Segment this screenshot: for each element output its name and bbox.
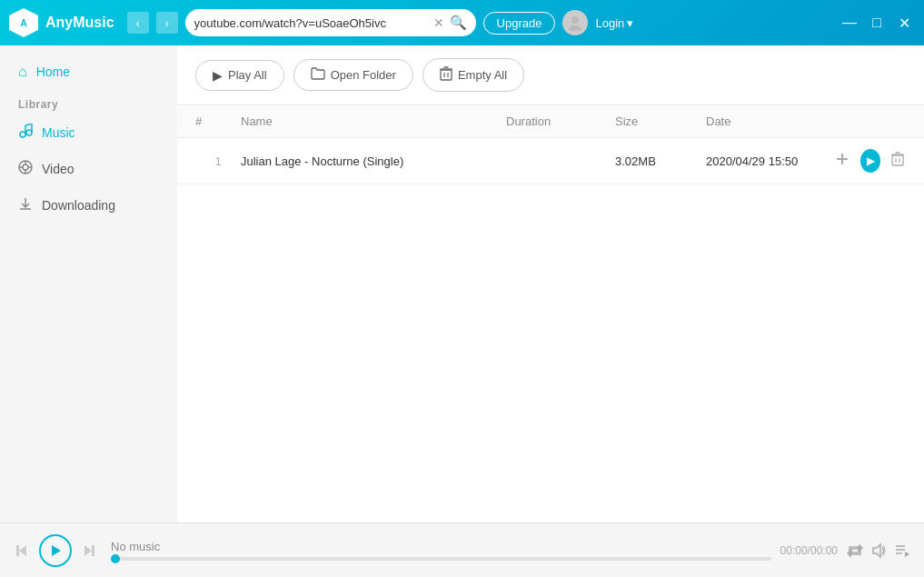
- sidebar-label-downloading: Downloading: [42, 198, 115, 213]
- col-size: Size: [615, 114, 706, 128]
- nav-forward-button[interactable]: ›: [156, 12, 178, 34]
- sidebar-item-music[interactable]: Music: [0, 114, 177, 151]
- player-track-name: No music: [111, 540, 771, 553]
- row-number: 1: [195, 154, 241, 168]
- svg-text:A: A: [20, 18, 26, 28]
- table-header: # Name Duration Size Date: [177, 105, 924, 138]
- next-track-button[interactable]: [81, 542, 97, 559]
- avatar: [562, 10, 588, 35]
- sidebar-label-video: Video: [42, 162, 75, 176]
- url-text: youtube.com/watch?v=uSoaeOh5ivc: [194, 16, 428, 30]
- repeat-button[interactable]: [847, 542, 863, 559]
- col-number: #: [195, 114, 241, 128]
- svg-point-3: [569, 25, 581, 31]
- player-bar: No music 00:00/00:00: [0, 522, 924, 577]
- sidebar-item-video[interactable]: Video: [0, 151, 177, 187]
- upgrade-button[interactable]: Upgrade: [483, 12, 556, 35]
- svg-line-7: [25, 124, 32, 125]
- volume-button[interactable]: [870, 542, 887, 559]
- row-name: Julian Lage - Nocturne (Single): [241, 154, 506, 168]
- player-progress-dot: [111, 554, 120, 563]
- row-date: 2020/04/29 15:50: [706, 154, 833, 168]
- sidebar: ⌂ Home Library Music: [0, 45, 177, 522]
- svg-marker-28: [19, 545, 26, 556]
- col-actions: [833, 114, 906, 128]
- library-label: Library: [0, 89, 177, 114]
- video-icon: [18, 160, 33, 178]
- content-area: ▶ Play All Open Folder: [177, 45, 924, 522]
- title-bar: A AnyMusic ‹ › youtube.com/watch?v=uSoae…: [0, 0, 924, 45]
- app-logo: A: [9, 8, 38, 37]
- row-size: 3.02MB: [615, 154, 706, 168]
- url-clear-icon[interactable]: ✕: [433, 15, 444, 30]
- nav-back-button[interactable]: ‹: [127, 12, 149, 34]
- play-track-button[interactable]: ▶: [860, 149, 880, 173]
- row-actions: ▶: [833, 149, 906, 173]
- maximize-button[interactable]: □: [866, 12, 888, 34]
- svg-point-4: [20, 132, 25, 137]
- sidebar-label-music: Music: [42, 125, 75, 140]
- play-all-button[interactable]: ▶ Play All: [195, 60, 284, 91]
- svg-rect-16: [441, 70, 452, 80]
- delete-track-button[interactable]: [889, 150, 906, 172]
- svg-marker-31: [84, 545, 92, 556]
- app-name: AnyMusic: [45, 15, 114, 31]
- svg-point-5: [26, 130, 32, 135]
- folder-icon: [311, 67, 325, 83]
- close-button[interactable]: ✕: [893, 12, 915, 34]
- minimize-button[interactable]: —: [839, 12, 860, 34]
- toolbar: ▶ Play All Open Folder: [177, 45, 924, 105]
- svg-rect-23: [892, 155, 903, 165]
- svg-rect-29: [16, 545, 19, 556]
- svg-point-2: [571, 16, 579, 24]
- open-folder-button[interactable]: Open Folder: [293, 59, 413, 91]
- table-row: 1 Julian Lage - Nocturne (Single) 3.02MB…: [177, 138, 924, 184]
- svg-marker-37: [905, 552, 909, 557]
- svg-marker-33: [873, 544, 880, 557]
- player-time: 00:00/00:00: [780, 544, 838, 557]
- col-date: Date: [706, 114, 833, 128]
- play-pause-button[interactable]: [39, 534, 72, 567]
- url-bar[interactable]: youtube.com/watch?v=uSoaeOh5ivc ✕ 🔍: [185, 9, 476, 36]
- music-icon: [18, 124, 33, 142]
- sidebar-label-home: Home: [36, 65, 70, 79]
- empty-all-button[interactable]: Empty All: [422, 58, 524, 92]
- player-progress-bar[interactable]: [111, 557, 771, 561]
- svg-point-10: [23, 164, 28, 170]
- content-empty-space: [177, 184, 924, 522]
- downloading-icon: [18, 196, 33, 214]
- sidebar-item-home[interactable]: ⌂ Home: [0, 55, 177, 89]
- player-track-info: No music: [111, 540, 771, 561]
- login-button[interactable]: Login ▾: [595, 16, 633, 30]
- window-controls: — □ ✕: [839, 12, 915, 34]
- col-duration: Duration: [506, 114, 615, 128]
- play-icon: ▶: [213, 68, 223, 83]
- svg-marker-30: [52, 545, 61, 556]
- add-to-playlist-button[interactable]: [833, 150, 851, 172]
- svg-rect-32: [92, 545, 94, 556]
- chevron-down-icon: ▾: [627, 16, 633, 30]
- home-icon: ⌂: [18, 64, 27, 80]
- col-name: Name: [241, 114, 506, 128]
- trash-icon: [440, 66, 452, 84]
- player-right-controls: [847, 542, 910, 559]
- prev-track-button[interactable]: [14, 542, 30, 559]
- sidebar-item-downloading[interactable]: Downloading: [0, 187, 177, 224]
- playlist-button[interactable]: [894, 542, 910, 559]
- main-content: ⌂ Home Library Music: [0, 45, 924, 522]
- search-icon[interactable]: 🔍: [450, 15, 467, 31]
